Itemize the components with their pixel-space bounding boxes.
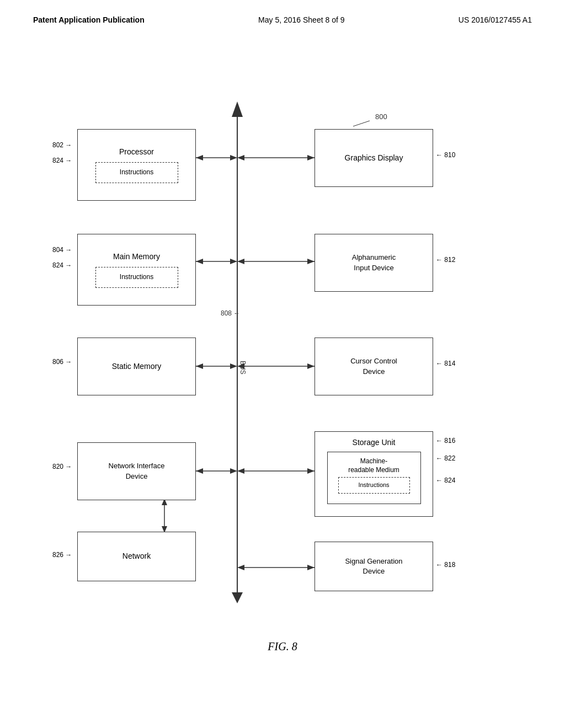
label-816: ← 816 — [436, 437, 455, 445]
svg-marker-14 — [237, 259, 244, 264]
svg-marker-13 — [307, 259, 315, 264]
svg-marker-16 — [196, 363, 203, 369]
network-interface-label: Network Interface Device — [109, 461, 165, 481]
label-824-proc: 824 → — [52, 157, 72, 164]
svg-marker-7 — [307, 155, 315, 160]
svg-marker-11 — [230, 259, 237, 264]
fig-caption: FIG. 8 — [268, 640, 297, 653]
main-memory-instructions-label: Instructions — [120, 272, 153, 282]
svg-marker-25 — [307, 468, 315, 474]
processor-instructions-box: Instructions — [95, 162, 178, 183]
storage-unit-label: Storage Unit — [353, 437, 396, 448]
main-memory-label: Main Memory — [113, 251, 160, 263]
signal-generation-label: Signal Generation Device — [345, 556, 402, 576]
storage-instructions-label: Instructions — [358, 481, 389, 489]
storage-instructions-box: Instructions — [338, 477, 410, 494]
svg-marker-20 — [237, 363, 244, 369]
graphics-display-box: Graphics Display — [315, 129, 433, 187]
svg-marker-4 — [196, 155, 203, 160]
svg-marker-23 — [230, 468, 237, 474]
signal-generation-box: Signal Generation Device — [315, 542, 433, 591]
svg-marker-2 — [232, 592, 243, 603]
label-804: 804 → — [52, 246, 72, 254]
svg-marker-5 — [230, 155, 237, 160]
static-memory-box: Static Memory — [77, 338, 196, 395]
label-802: 802 → — [52, 141, 72, 149]
header-center: May 5, 2016 Sheet 8 of 9 — [258, 15, 344, 24]
label-824-mem: 824 → — [52, 261, 72, 269]
main-memory-box: Main Memory Instructions — [77, 234, 196, 306]
processor-box: Processor Instructions — [77, 129, 196, 201]
svg-text:BUS: BUS — [239, 361, 247, 374]
svg-marker-26 — [237, 468, 244, 474]
storage-unit-box: Storage Unit Machine- readable Medium In… — [315, 431, 433, 517]
alphanumeric-label: Alphanumeric Input Device — [352, 253, 396, 272]
label-826: 826 → — [52, 551, 72, 559]
network-interface-box: Network Interface Device — [77, 442, 196, 500]
network-label: Network — [122, 551, 151, 562]
svg-line-36 — [353, 121, 370, 126]
svg-marker-32 — [237, 565, 244, 570]
page-header: Patent Application Publication May 5, 20… — [0, 0, 565, 30]
processor-instructions-label: Instructions — [120, 168, 153, 177]
network-box: Network — [77, 532, 196, 581]
diagram-area: BUS 808 ← 800 Processor Instructions 802… — [0, 35, 565, 670]
svg-marker-31 — [307, 565, 315, 570]
label-810: ← 810 — [436, 151, 455, 159]
svg-marker-22 — [196, 468, 203, 474]
label-806: 806 → — [52, 358, 72, 366]
svg-marker-10 — [196, 259, 203, 264]
svg-marker-17 — [230, 363, 237, 369]
machine-readable-box: Machine- readable Medium Instructions — [327, 452, 421, 504]
label-824-stor: ← 824 — [436, 477, 455, 484]
svg-marker-19 — [307, 363, 315, 369]
machine-readable-label: Machine- readable Medium — [348, 457, 399, 475]
main-memory-instructions-box: Instructions — [95, 267, 178, 288]
label-820: 820 → — [52, 463, 72, 470]
cursor-control-box: Cursor Control Device — [315, 338, 433, 395]
graphics-display-label: Graphics Display — [345, 153, 403, 164]
label-812: ← 812 — [436, 256, 455, 264]
processor-label: Processor — [119, 147, 154, 158]
alphanumeric-box: Alphanumeric Input Device — [315, 234, 433, 292]
svg-marker-8 — [237, 155, 244, 160]
svg-text:808 ←: 808 ← — [221, 309, 240, 317]
svg-marker-1 — [232, 101, 243, 117]
header-right: US 2016/0127455 A1 — [459, 15, 532, 24]
label-822: ← 822 — [436, 454, 455, 462]
label-814: ← 814 — [436, 360, 455, 367]
cursor-control-label: Cursor Control Device — [350, 356, 397, 376]
label-818: ← 818 — [436, 561, 455, 569]
page: Patent Application Publication May 5, 20… — [0, 0, 565, 728]
svg-text:800: 800 — [375, 113, 387, 121]
header-left: Patent Application Publication — [33, 15, 145, 24]
static-memory-label: Static Memory — [112, 361, 161, 372]
